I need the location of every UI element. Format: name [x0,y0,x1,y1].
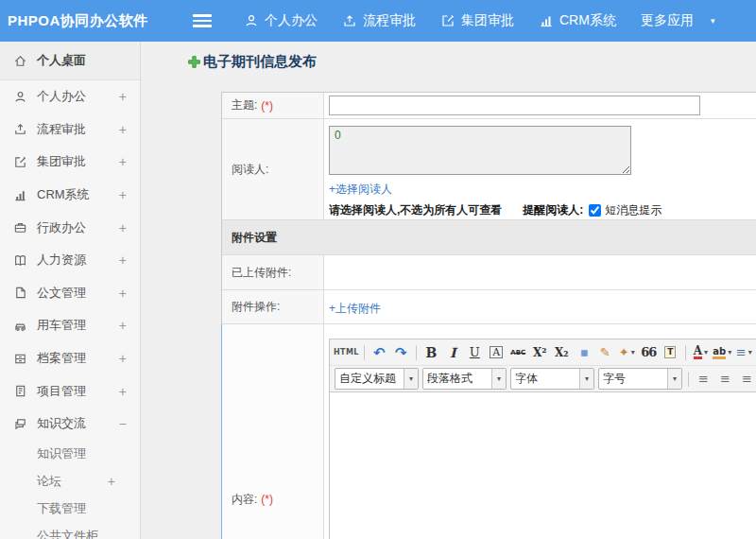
underline-icon[interactable]: U [465,342,485,362]
expand-toggle[interactable]: + [119,220,127,235]
align-right-icon[interactable]: ≡ [737,369,756,389]
reader-row: 阅读人: 0 +选择阅读人 请选择阅读人,不选为所有人可查看 提醒阅读人: 短消… [222,119,756,220]
sidebar-item-public-file-cabinet[interactable]: 公共文件柜 [0,523,140,539]
align-left-icon[interactable]: ≡ [694,369,713,389]
sidebar: 个人桌面 个人办公 + 流程审批 + 集团审批 + CRM系统 + 行政办公 [0,42,141,539]
expand-toggle[interactable]: + [108,474,115,489]
content-row: 内容: (*) HTML [221,324,756,539]
reader-textarea[interactable]: 0 [329,126,631,175]
redo-icon[interactable]: ↷ [391,342,411,362]
italic-icon[interactable]: I [443,342,463,362]
expand-toggle[interactable]: + [119,154,127,169]
user-icon [244,13,259,28]
text-border-icon[interactable]: A [487,342,507,362]
nav-label: CRM系统 [559,12,616,29]
menu-toggle-icon[interactable] [193,14,212,27]
blockquote-icon[interactable]: 66 [639,342,659,362]
app-title: PHPOA协同办公软件 [0,12,193,30]
paste-text-icon[interactable]: T [661,342,680,362]
sidebar-item-archive-management[interactable]: 档案管理 + [0,342,140,375]
subscript-icon[interactable]: X₂ [552,342,572,362]
required-mark: (*) [261,99,273,113]
ordered-list-icon[interactable]: ≡ ▾ [734,342,754,362]
align-center-icon[interactable]: ≡ [715,369,735,389]
add-icon [187,55,201,69]
sidebar-item-label: 用车管理 [37,317,86,334]
remove-format-icon[interactable]: ◆ [574,342,593,362]
separator [688,372,689,387]
quick-format-icon[interactable]: ✦ ▾ [617,342,637,362]
sidebar-item-workflow-approval[interactable]: 流程审批 + [0,113,140,147]
sidebar-item-label: 论坛 [37,473,61,490]
nav-group-approval[interactable]: 集团审批 [440,12,514,29]
nav-workflow-approval[interactable]: 流程审批 [342,12,416,29]
editor-content[interactable] [330,392,756,539]
sidebar-item-forum[interactable]: 论坛 + [0,468,140,496]
sidebar-item-vehicle-management[interactable]: 用车管理 + [0,309,140,342]
sidebar-item-label: 知识交流 [37,415,86,432]
font-family-select[interactable]: 字体 ▾ [510,368,594,390]
chevron-down-icon: ▾ [748,348,752,356]
sidebar-item-label: 知识管理 [37,445,86,462]
highlight-color-icon[interactable]: ab ▾ [713,342,732,362]
sidebar-item-project-management[interactable]: 项目管理 + [0,374,140,408]
chevron-down-icon: ▾ [704,348,708,356]
expand-toggle[interactable]: + [119,286,127,301]
sidebar-item-human-resources[interactable]: 人力资源 + [0,244,140,277]
sms-remind-checkbox[interactable] [589,204,601,217]
expand-toggle[interactable]: + [119,351,127,366]
expand-toggle[interactable]: + [119,318,127,333]
sidebar-item-knowledge-exchange[interactable]: 知识交流 − [0,408,140,441]
chevron-down-icon: ▾ [631,348,635,356]
sidebar-item-knowledge-management[interactable]: 知识管理 [0,441,140,468]
heading-select[interactable]: 自定义标题 ▾ [335,368,419,390]
separator [364,345,365,360]
choose-reader-link[interactable]: +选择阅读人 [329,182,392,198]
flow-icon [342,13,357,28]
bold-icon[interactable]: B [421,342,441,362]
expand-toggle[interactable]: + [119,384,127,399]
sidebar-item-label: 个人桌面 [37,52,86,69]
sidebar-item-label: 个人办公 [37,88,86,105]
rich-text-editor: HTML ↶ [329,339,756,539]
reader-label: 阅读人: [222,119,324,219]
superscript-icon[interactable]: X² [530,342,550,362]
edit-icon [440,13,455,28]
expand-toggle[interactable]: − [119,416,127,431]
publish-form: 主题: (*) 阅读人: 0 +选择阅读人 请选择阅读人,不选为所有人可查看 提… [221,92,756,539]
top-nav: 个人办公 流程审批 集团审批 CRM系统 [244,12,714,29]
subject-input[interactable] [329,96,700,115]
nav-more-apps[interactable]: 更多应用 ▾ [641,12,715,29]
expand-toggle[interactable]: + [119,122,127,137]
sidebar-item-crm-system[interactable]: CRM系统 + [0,179,140,212]
nav-crm-system[interactable]: CRM系统 [539,12,616,29]
subject-label: 主题: (*) [222,93,324,118]
format-painter-icon[interactable]: ✎ [595,342,615,362]
expand-toggle[interactable]: + [119,187,127,202]
nav-personal-office[interactable]: 个人办公 [244,12,318,29]
font-size-select[interactable]: 字号 ▾ [598,368,682,390]
strikethrough-icon[interactable]: ABC [508,342,528,362]
none-icon [13,530,27,539]
expand-toggle[interactable]: + [119,252,127,268]
sidebar-item-download-management[interactable]: 下载管理 [0,496,140,523]
attachment-operation-label: 附件操作: [222,290,324,323]
paragraph-select[interactable]: 段落格式 ▾ [422,368,507,390]
sidebar-item-label: 行政办公 [37,219,86,236]
undo-icon[interactable]: ↶ [369,342,389,362]
sidebar-item-personal-desktop[interactable]: 个人桌面 [0,42,140,80]
chart-icon [13,188,27,202]
uploaded-attachments-row: 已上传附件: [222,255,756,290]
sidebar-item-group-approval[interactable]: 集团审批 + [0,146,140,179]
sidebar-item-admin-office[interactable]: 行政办公 + [0,211,140,244]
html-source-button[interactable]: HTML [334,342,359,362]
sidebar-item-document-management[interactable]: 公文管理 + [0,277,140,310]
separator [416,345,417,360]
font-color-icon[interactable]: A ▾ [691,342,711,362]
expand-toggle[interactable]: + [119,89,127,104]
sidebar-item-personal-office[interactable]: 个人办公 + [0,80,140,113]
archive-icon [13,352,27,366]
upload-attachment-link[interactable]: +上传附件 [329,301,381,317]
main-content: 电子期刊信息发布 主题: (*) 阅读人: 0 +选择阅读人 请选择阅读人,不选… [141,42,756,539]
sidebar-item-label: 下载管理 [37,500,86,517]
